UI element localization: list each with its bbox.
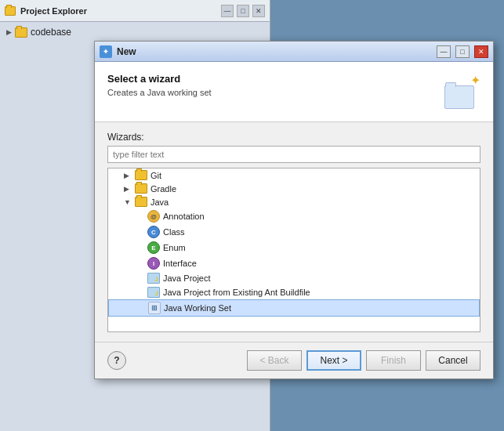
header-text: Select a wizard Creates a Java working s… [107,73,435,97]
interface-label: Interface [163,259,197,268]
gradle-label: Gradle [150,184,176,194]
tree-item-annotation[interactable]: @ Annotation [108,208,480,224]
wizard-tree-list[interactable]: ▶ Git ▶ Gradle ▼ Java @ Annotation [107,168,480,332]
header-folder-icon [444,85,474,109]
dialog-body: Wizards: ▶ Git ▶ Gradle ▼ Java [95,122,493,342]
java-label: Java [150,197,169,207]
annotation-label: Annotation [163,212,205,221]
class-label: Class [163,227,185,237]
project-explorer-icon [5,6,16,16]
tree-item-interface[interactable]: I Interface [108,255,480,271]
tree-item-codebase[interactable]: ▶ codebase [6,25,263,39]
filter-input[interactable] [107,146,480,163]
enum-icon: E [147,241,160,254]
interface-icon: I [147,257,160,270]
expand-git-icon: ▶ [124,172,132,179]
finish-button[interactable]: Finish [366,350,421,371]
help-button[interactable]: ? [107,351,126,370]
expand-java-icon: ▼ [124,198,132,206]
dialog-close-btn[interactable]: ✕ [474,45,488,58]
tree-item-java-ant-project[interactable]: Java Project from Existing Ant Buildfile [108,285,480,299]
dialog-title: New [117,46,432,57]
header-star-icon: ✦ [470,73,480,88]
tree-item-java[interactable]: ▼ Java [108,195,480,208]
cancel-button[interactable]: Cancel [426,350,480,371]
codebase-label: codebase [31,27,71,38]
tree-item-class[interactable]: C Class [108,224,480,240]
tree-item-gradle[interactable]: ▶ Gradle [108,182,480,195]
enum-label: Enum [163,243,186,252]
tree-item-java-project[interactable]: Java Project [108,271,480,285]
project-tree: ▶ codebase [0,22,270,42]
tree-item-enum[interactable]: E Enum [108,240,480,255]
header-icon: ✦ [443,73,480,110]
java-ant-project-label: Java Project from Existing Ant Buildfile [163,288,310,297]
minimize-btn[interactable]: — [221,5,234,17]
new-wizard-dialog: ✦ New — □ ✕ Select a wizard Creates a Ja… [94,41,494,379]
dialog-title-icon: ✦ [100,45,112,58]
dialog-minimize-btn[interactable]: — [437,45,451,58]
dialog-titlebar: ✦ New — □ ✕ [95,42,493,62]
java-project-label: Java Project [163,273,211,283]
project-explorer-title: Project Explorer [20,6,218,16]
gradle-folder-icon [135,183,147,194]
java-ant-project-icon [147,287,160,298]
header-title: Select a wizard [107,73,435,85]
tree-item-git[interactable]: ▶ Git [108,168,480,182]
expand-gradle-icon: ▶ [124,185,132,193]
annotation-icon: @ [147,210,160,223]
project-explorer-bar: Project Explorer — □ ✕ [0,0,270,22]
codebase-folder-icon [15,27,27,38]
close-btn[interactable]: ✕ [252,5,265,17]
class-icon: C [147,226,160,238]
java-project-icon [147,273,160,284]
tree-item-java-working-set[interactable]: ⊞ Java Working Set [108,299,480,317]
dialog-header: Select a wizard Creates a Java working s… [95,62,493,122]
wizards-label: Wizards: [107,132,480,143]
git-folder-icon [135,170,147,180]
git-label: Git [150,171,161,180]
header-subtitle: Creates a Java working set [107,88,435,97]
working-set-icon: ⊞ [148,302,161,314]
next-button[interactable]: Next > [306,350,361,371]
maximize-btn[interactable]: □ [237,5,249,17]
dialog-footer: ? < Back Next > Finish Cancel [95,342,493,378]
java-folder-icon [135,197,147,207]
dialog-restore-btn[interactable]: □ [455,45,470,58]
back-button[interactable]: < Back [247,350,302,371]
working-set-label: Java Working Set [164,303,231,313]
